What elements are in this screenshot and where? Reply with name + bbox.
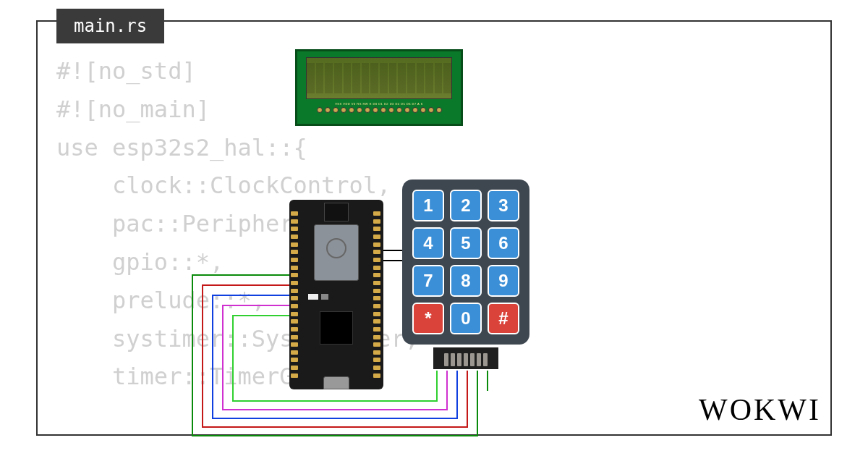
- board-pin[interactable]: [373, 250, 380, 254]
- keypad-grid: 123456789*0#: [412, 190, 519, 334]
- board-pin[interactable]: [373, 242, 380, 247]
- lcd-char-cell: [435, 63, 443, 93]
- keypad-connector-pin[interactable]: [464, 353, 468, 366]
- lcd-pin[interactable]: [349, 107, 354, 113]
- keypad-key-hash[interactable]: #: [488, 303, 519, 334]
- lcd-pin[interactable]: [420, 107, 426, 113]
- board-pin[interactable]: [373, 327, 380, 332]
- board-pin[interactable]: [373, 211, 380, 216]
- board-pin[interactable]: [291, 296, 298, 300]
- lcd-pin[interactable]: [365, 107, 370, 113]
- board-pin[interactable]: [291, 289, 298, 293]
- lcd-pin[interactable]: [357, 107, 362, 113]
- board-pin[interactable]: [373, 319, 380, 324]
- board-pin[interactable]: [291, 235, 298, 239]
- board-pin[interactable]: [291, 327, 298, 332]
- keypad-key-4[interactable]: 4: [412, 227, 444, 259]
- board-pin[interactable]: [291, 227, 298, 231]
- lcd-pin-labels: VSS VDD V0 RS RW E D0 D1 D2 D3 D4 D5 D6 …: [297, 102, 461, 106]
- board-pin[interactable]: [291, 342, 298, 347]
- lcd-char-cell: [380, 63, 388, 93]
- lcd-pin[interactable]: [412, 107, 418, 113]
- board-pin[interactable]: [291, 319, 298, 324]
- board-pin[interactable]: [373, 350, 380, 355]
- board-pin[interactable]: [373, 358, 380, 362]
- board-pin[interactable]: [373, 342, 380, 347]
- board-pin[interactable]: [291, 373, 298, 378]
- keypad-connector-pin[interactable]: [477, 353, 481, 366]
- board-pin[interactable]: [291, 350, 298, 355]
- lcd-pin[interactable]: [380, 107, 386, 113]
- lcd-component[interactable]: VSS VDD V0 RS RW E D0 D1 D2 D3 D4 D5 D6 …: [295, 49, 463, 126]
- board-usb-port: [323, 376, 349, 389]
- board-pin[interactable]: [373, 281, 380, 285]
- lcd-pin[interactable]: [341, 107, 346, 113]
- esp32-board[interactable]: [289, 200, 383, 389]
- file-tab[interactable]: main.rs: [56, 9, 164, 43]
- board-pin[interactable]: [373, 312, 380, 316]
- lcd-char-cell: [352, 63, 360, 93]
- keypad-key-0[interactable]: 0: [450, 303, 482, 334]
- board-pin[interactable]: [291, 312, 298, 316]
- board-pin[interactable]: [291, 250, 298, 254]
- board-pin[interactable]: [373, 219, 380, 224]
- lcd-pin[interactable]: [428, 107, 434, 113]
- keypad-key-7[interactable]: 7: [412, 265, 444, 297]
- keypad-key-1[interactable]: 1: [412, 190, 444, 221]
- board-pin[interactable]: [373, 273, 380, 277]
- lcd-char-cell: [344, 63, 352, 93]
- board-pin[interactable]: [373, 296, 380, 300]
- lcd-pin[interactable]: [317, 107, 323, 113]
- lcd-char-cell: [370, 63, 378, 93]
- lcd-char-cell: [316, 63, 324, 93]
- keypad-connector-pin[interactable]: [483, 353, 488, 366]
- lcd-char-cell: [362, 63, 370, 93]
- keypad-connector-pin[interactable]: [444, 353, 448, 366]
- board-pin[interactable]: [373, 235, 380, 239]
- keypad-key-3[interactable]: 3: [488, 190, 519, 221]
- file-tab-label: main.rs: [74, 16, 147, 36]
- board-pin[interactable]: [373, 266, 380, 270]
- lcd-char-cell: [407, 63, 415, 93]
- board-antenna: [324, 203, 349, 221]
- board-pin[interactable]: [291, 335, 298, 339]
- keypad-key-8[interactable]: 8: [450, 265, 482, 297]
- board-pin[interactable]: [291, 366, 298, 370]
- lcd-pin[interactable]: [325, 107, 331, 113]
- board-pin[interactable]: [291, 242, 298, 247]
- board-pin[interactable]: [373, 227, 380, 231]
- keypad-key-5[interactable]: 5: [450, 227, 482, 259]
- lcd-pin[interactable]: [396, 107, 402, 113]
- board-pin[interactable]: [373, 366, 380, 370]
- keypad-key-9[interactable]: 9: [488, 265, 519, 297]
- lcd-pin[interactable]: [404, 107, 410, 113]
- board-pin[interactable]: [373, 335, 380, 339]
- lcd-pin[interactable]: [373, 107, 378, 113]
- board-pin[interactable]: [291, 258, 298, 262]
- keypad-connector-pin[interactable]: [470, 353, 475, 366]
- keypad-key-2[interactable]: 2: [450, 190, 482, 221]
- board-pin[interactable]: [291, 304, 298, 308]
- board-pin[interactable]: [291, 281, 298, 285]
- lcd-pin[interactable]: [333, 107, 339, 113]
- keypad-connector-pin[interactable]: [451, 353, 455, 366]
- board-pin[interactable]: [373, 258, 380, 262]
- board-pin[interactable]: [373, 289, 380, 293]
- lcd-char-cell: [425, 63, 433, 93]
- keypad-key-6[interactable]: 6: [488, 227, 519, 259]
- lcd-char-cell: [417, 63, 425, 93]
- board-chip: [320, 311, 353, 345]
- board-pin[interactable]: [373, 304, 380, 308]
- lcd-pin[interactable]: [436, 107, 442, 113]
- board-pins-right: [373, 211, 382, 378]
- keypad-key-star[interactable]: *: [412, 303, 444, 334]
- board-pin[interactable]: [291, 273, 298, 277]
- board-pin[interactable]: [291, 211, 298, 216]
- keypad-component[interactable]: 123456789*0#: [402, 180, 529, 345]
- board-pin[interactable]: [291, 219, 298, 224]
- lcd-pin[interactable]: [388, 107, 394, 113]
- keypad-connector-pin[interactable]: [457, 353, 461, 366]
- board-pin[interactable]: [291, 266, 298, 270]
- board-pin[interactable]: [373, 373, 380, 378]
- board-pin[interactable]: [291, 358, 298, 362]
